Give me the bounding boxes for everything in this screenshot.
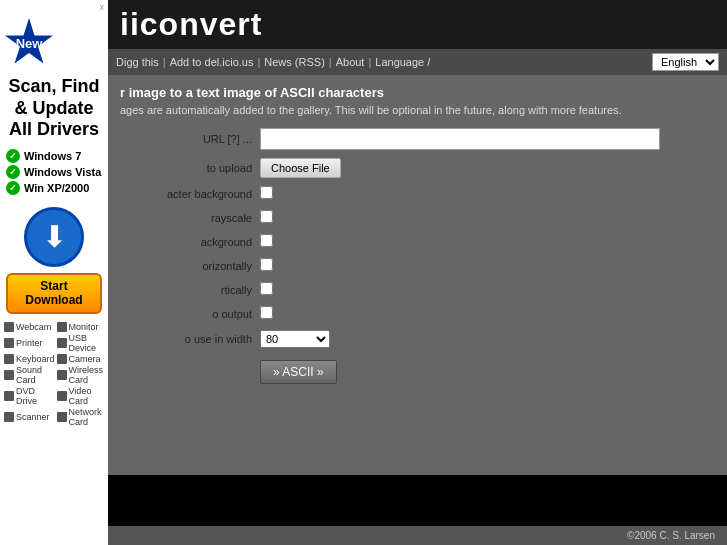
- grayscale-row: rayscale: [120, 210, 715, 226]
- monitor-icon: [57, 322, 67, 332]
- sep1: |: [163, 56, 166, 68]
- black-bg-checkbox[interactable]: [260, 234, 273, 247]
- device-monitor: Monitor: [57, 322, 104, 332]
- nav-about[interactable]: About: [336, 56, 365, 68]
- webcam-icon: [4, 322, 14, 332]
- width-row: o use in width 80 100 120 60 40: [120, 330, 715, 348]
- nav-digg[interactable]: Digg this: [116, 56, 159, 68]
- convert-control: » ASCII »: [260, 356, 715, 384]
- url-label: URL [?] ...: [120, 133, 260, 145]
- sep2: |: [257, 56, 260, 68]
- url-input[interactable]: [260, 128, 660, 150]
- char-bg-control: [260, 186, 715, 202]
- device-webcam: Webcam: [4, 322, 55, 332]
- convert-form: URL [?] ... to upload Choose File acter …: [120, 128, 715, 384]
- nav-news[interactable]: News (RSS): [264, 56, 325, 68]
- printer-icon: [4, 338, 14, 348]
- black-bg-control: [260, 234, 715, 250]
- char-bg-label: acter background: [120, 188, 260, 200]
- html-control: [260, 306, 715, 322]
- convert-row: » ASCII »: [120, 356, 715, 384]
- html-label: o output: [120, 308, 260, 320]
- ad-check-vista: Windows Vista: [6, 165, 102, 179]
- html-checkbox[interactable]: [260, 306, 273, 319]
- device-videocard: Video Card: [57, 386, 104, 406]
- ad-check-items: Windows 7 Windows Vista Win XP/2000: [0, 145, 108, 201]
- convert-button[interactable]: » ASCII »: [260, 360, 337, 384]
- grayscale-checkbox[interactable]: [260, 210, 273, 223]
- url-row: URL [?] ...: [120, 128, 715, 150]
- page-title: r image to a text image of ASCII charact…: [120, 85, 715, 100]
- url-control: [260, 128, 715, 150]
- camera-icon: [57, 354, 67, 364]
- sep3: |: [329, 56, 332, 68]
- new-badge: New: [16, 36, 43, 51]
- flip-v-label: rtically: [120, 284, 260, 296]
- usb-icon: [57, 338, 67, 348]
- ad-check-xp: Win XP/2000: [6, 181, 102, 195]
- device-keyboard: Keyboard: [4, 354, 55, 364]
- win7-label: Windows 7: [24, 150, 81, 162]
- start-label: Start: [40, 279, 67, 293]
- device-scanner: Scanner: [4, 407, 55, 427]
- dvd-icon: [4, 391, 14, 401]
- choose-file-button[interactable]: Choose File: [260, 158, 341, 178]
- flip-h-row: orizontally: [120, 258, 715, 274]
- language-select[interactable]: English: [652, 53, 719, 71]
- flip-h-control: [260, 258, 715, 274]
- page-subtitle-text: ages are automatically added to the gall…: [120, 104, 622, 116]
- device-printer: Printer: [4, 333, 55, 353]
- start-download-button[interactable]: Start Download: [6, 273, 102, 314]
- device-grid: Webcam Monitor Printer USB Device Keyboa…: [0, 318, 108, 431]
- grayscale-control: [260, 210, 715, 226]
- width-select[interactable]: 80 100 120 60 40: [260, 330, 330, 348]
- wireless-icon: [57, 370, 67, 380]
- width-control: 80 100 120 60 40: [260, 330, 715, 348]
- flip-v-row: rtically: [120, 282, 715, 298]
- flip-h-label: orizontally: [120, 260, 260, 272]
- network-icon: [57, 412, 67, 422]
- page-subtitle: ages are automatically added to the gall…: [120, 104, 715, 116]
- nav-delicious[interactable]: Add to del.icio.us: [170, 56, 254, 68]
- scanner-icon: [4, 412, 14, 422]
- html-row: o output: [120, 306, 715, 322]
- download-label: Download: [25, 293, 82, 307]
- site-header: iiconvert: [108, 0, 727, 49]
- footer: ©2006 C. S. Larsen: [108, 526, 727, 545]
- ad-check-win7: Windows 7: [6, 149, 102, 163]
- flip-h-checkbox[interactable]: [260, 258, 273, 271]
- upload-row: to upload Choose File: [120, 158, 715, 178]
- ad-top-bar: x: [0, 0, 108, 14]
- upload-label: to upload: [120, 162, 260, 174]
- download-arrow-icon: [24, 207, 84, 267]
- content-area: r image to a text image of ASCII charact…: [108, 75, 727, 475]
- site-title: iiconvert: [120, 6, 262, 43]
- footer-text: ©2006 C. S. Larsen: [627, 530, 715, 541]
- black-bg-row: ackground: [120, 234, 715, 250]
- videocard-icon: [57, 391, 67, 401]
- xp-label: Win XP/2000: [24, 182, 89, 194]
- flip-v-checkbox[interactable]: [260, 282, 273, 295]
- device-network: Network Card: [57, 407, 104, 427]
- soundcard-icon: [4, 370, 14, 380]
- check-icon-vista: [6, 165, 20, 179]
- device-dvd: DVD Drive: [4, 386, 55, 406]
- device-soundcard: Sound Card: [4, 365, 55, 385]
- main-content: iiconvert Digg this | Add to del.icio.us…: [108, 0, 727, 545]
- sep4: |: [368, 56, 371, 68]
- vista-label: Windows Vista: [24, 166, 101, 178]
- width-label: o use in width: [120, 333, 260, 345]
- page-title-text: r image to a text image of ASCII charact…: [120, 85, 384, 100]
- char-bg-row: acter background: [120, 186, 715, 202]
- nav-language: Language /: [375, 56, 430, 68]
- device-wireless: Wireless Card: [57, 365, 104, 385]
- black-bg-label: ackground: [120, 236, 260, 248]
- keyboard-icon: [4, 354, 14, 364]
- ad-headline: Scan, Find & Update All Drivers: [0, 72, 108, 145]
- char-bg-checkbox[interactable]: [260, 186, 273, 199]
- device-camera: Camera: [57, 354, 104, 364]
- flip-v-control: [260, 282, 715, 298]
- ad-top-label: x: [100, 2, 105, 12]
- device-usb: USB Device: [57, 333, 104, 353]
- check-icon-xp: [6, 181, 20, 195]
